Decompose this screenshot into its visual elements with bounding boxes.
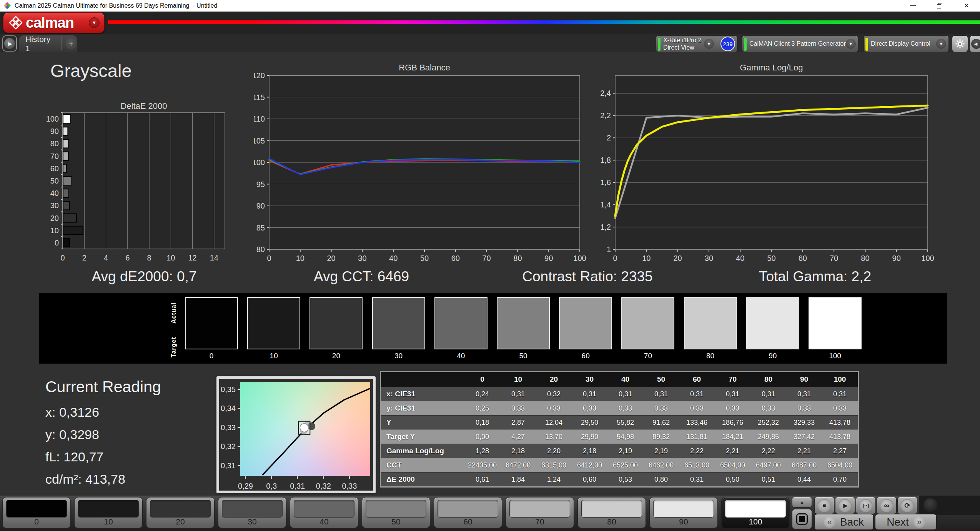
pattern-level-label: 20 — [146, 517, 214, 526]
svg-text:0,35: 0,35 — [221, 385, 236, 394]
display-control-label: Direct Display Control — [871, 40, 930, 47]
svg-text:90: 90 — [256, 202, 265, 210]
pattern-level-button-50[interactable]: 50 — [362, 497, 430, 528]
table-cell: 133,46 — [679, 419, 715, 427]
collapse-panel-button[interactable]: ◀ — [970, 35, 980, 52]
pattern-sequence-button[interactable]: [··] — [856, 497, 876, 514]
pattern-generator-dropdown[interactable]: CalMAN Client 3 Pattern Generator ▼ — [742, 35, 858, 52]
table-cell: 54,98 — [607, 433, 643, 441]
svg-text:0,33: 0,33 — [342, 482, 357, 490]
meter-count-badge: 239 — [720, 37, 735, 51]
swatch-level-label: 80 — [684, 352, 737, 360]
svg-text:14: 14 — [210, 254, 218, 262]
svg-text:80: 80 — [861, 254, 869, 262]
chevron-down-icon: ▼ — [846, 39, 856, 49]
table-cell: 0,31 — [822, 390, 858, 398]
pattern-level-button-20[interactable]: 20 — [146, 497, 215, 528]
table-header-row: 0102030405060708090100 — [381, 372, 858, 387]
swatch-level-label: 10 — [247, 352, 300, 360]
cie-chromaticity-panel: 0,350,340,330,320,310,290,30,310,320,33 — [216, 376, 376, 493]
table-row: Gamma Log/Log1,282,182,202,182,192,192,2… — [381, 444, 858, 458]
pattern-level-button-10[interactable]: 10 — [74, 497, 143, 528]
next-label: Next — [887, 516, 909, 528]
table-cell: 0,33 — [643, 404, 679, 412]
back-button[interactable]: « Back — [814, 514, 874, 530]
pattern-level-button-70[interactable]: 70 — [506, 497, 574, 528]
svg-text:1,2: 1,2 — [600, 223, 611, 231]
table-column-header: 70 — [715, 375, 750, 384]
table-cell: 2,22 — [750, 447, 786, 455]
display-control-dropdown[interactable]: Direct Display Control ▼ — [864, 35, 949, 52]
pattern-level-button-80[interactable]: 80 — [577, 497, 646, 528]
table-row-label: ΔE 2000 — [381, 475, 464, 484]
refresh-icon: ⟳ — [904, 501, 910, 510]
continuous-read-button[interactable]: ∞ — [877, 497, 897, 514]
history-play-button[interactable]: ▶ — [2, 35, 17, 52]
pattern-window-toggle-button[interactable] — [792, 509, 812, 529]
pattern-level-label: 60 — [434, 517, 502, 526]
settings-button[interactable] — [952, 35, 968, 52]
calman-menu-button[interactable]: calman ▼ — [3, 12, 105, 33]
pattern-level-button-40[interactable]: 40 — [290, 497, 358, 528]
svg-text:2,2: 2,2 — [600, 111, 611, 120]
table-cell: 252,32 — [750, 419, 786, 427]
refresh-button[interactable]: ⟳ — [897, 497, 917, 514]
table-cell: 0,31 — [500, 390, 536, 398]
svg-text:12: 12 — [188, 254, 196, 262]
gamma-svg: Gamma Log/Log11,21,41,61,822,22,40102030… — [598, 61, 938, 264]
calman-menu-caret-icon: ▼ — [89, 17, 100, 28]
svg-text:95: 95 — [256, 180, 265, 189]
pattern-level-swatch — [581, 500, 642, 518]
table-cell: 0,31 — [786, 390, 822, 398]
table-cell: 0,31 — [643, 390, 679, 398]
svg-text:70: 70 — [50, 152, 59, 160]
toolbar-expand-button[interactable]: ▲ — [792, 497, 812, 508]
pattern-level-button-60[interactable]: 60 — [434, 497, 502, 528]
svg-text:0,33: 0,33 — [221, 423, 236, 432]
table-cell: 2,21 — [786, 447, 822, 455]
stop-button[interactable]: ■ — [814, 497, 834, 514]
table-cell: 0,24 — [464, 390, 500, 398]
up-arrow-icon: ▲ — [800, 499, 805, 505]
grayscale-swatch-60 — [559, 297, 612, 349]
add-tab-button[interactable]: + — [65, 38, 77, 50]
table-cell: 0,80 — [643, 476, 679, 484]
actual-row-label: Actual — [170, 296, 180, 330]
svg-text:50: 50 — [767, 254, 775, 262]
pattern-level-button-30[interactable]: 30 — [218, 497, 286, 528]
minimize-button[interactable] — [899, 0, 926, 12]
svg-text:0,3: 0,3 — [266, 482, 277, 490]
pattern-toolbar: ▲ ■ ▶ [··] ∞ ⟳ « Back Next » 010203 — [0, 496, 980, 531]
stat-avg-cct: Avg CCT: 6469 — [277, 269, 446, 285]
back-label: Back — [840, 516, 864, 528]
pattern-level-swatch — [653, 500, 714, 518]
table-cell: 0,50 — [715, 476, 750, 484]
table-column-header: 100 — [822, 375, 858, 384]
pattern-level-button-100[interactable]: 100 — [721, 497, 790, 528]
close-button[interactable]: × — [953, 0, 980, 12]
table-row-label: Target Y — [381, 432, 464, 441]
display-control-status-indicator — [865, 38, 868, 51]
table-row-label: Y — [381, 418, 464, 427]
pattern-level-label: 30 — [218, 517, 286, 526]
current-reading-x: x: 0,3126 — [45, 405, 99, 420]
swatch-level-label: 30 — [372, 352, 425, 360]
next-button[interactable]: Next » — [875, 514, 937, 530]
pattern-level-button-90[interactable]: 90 — [649, 497, 718, 528]
tab-history-1[interactable]: History 1 + — [19, 35, 77, 52]
table-cell: 0,31 — [715, 390, 750, 398]
pattern-level-button-0[interactable]: 0 — [2, 497, 71, 528]
table-cell: 1,28 — [464, 447, 500, 455]
table-cell: 329,33 — [786, 419, 822, 427]
stat-avg-de2000: Avg dE2000: 0,7 — [60, 269, 229, 285]
svg-text:115: 115 — [254, 93, 265, 102]
restore-button[interactable] — [926, 0, 953, 12]
play-button[interactable]: ▶ — [835, 497, 855, 514]
table-cell: 55,82 — [607, 419, 643, 427]
table-cell: 6412,00 — [572, 461, 607, 469]
svg-text:20: 20 — [327, 254, 335, 262]
table-cell: 6462,00 — [643, 461, 679, 469]
pattern-level-swatch — [438, 500, 498, 518]
meter-dropdown[interactable]: X-Rite i1Pro 2 Direct View ▼ 239 — [656, 35, 737, 52]
svg-text:2,4: 2,4 — [600, 89, 611, 97]
